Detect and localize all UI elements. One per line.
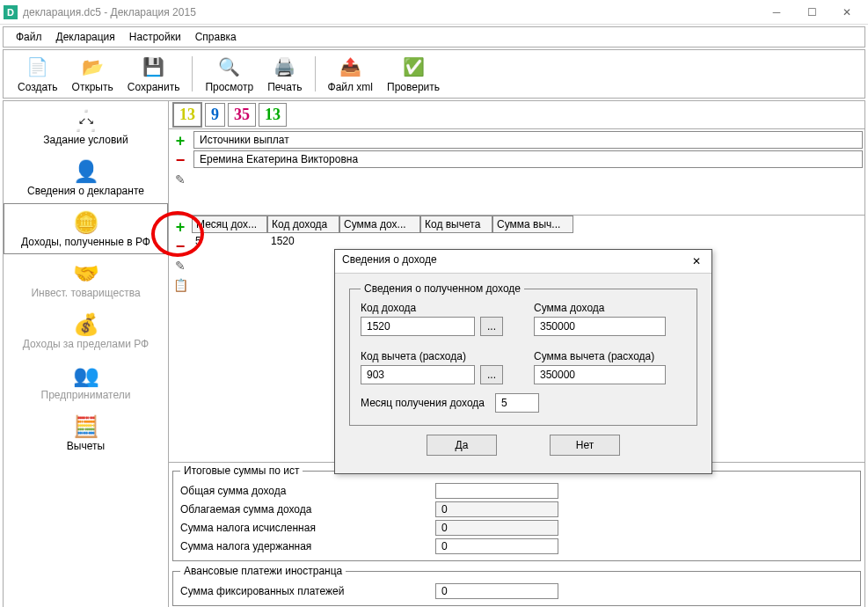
- fixed-label: Сумма фиксированных платежей: [180, 585, 435, 597]
- tax-calc-input: [435, 520, 558, 536]
- tax-calc-label: Сумма налога исчисленная: [180, 522, 435, 534]
- sum-ded-input[interactable]: [534, 365, 666, 384]
- month-input[interactable]: [495, 393, 539, 413]
- preview-button[interactable]: 🔍Просмотр: [198, 53, 260, 95]
- print-label: Печать: [267, 81, 302, 93]
- remove-source-button[interactable]: −: [172, 152, 188, 168]
- rate-tab-35[interactable]: 35: [228, 103, 256, 127]
- remove-income-button[interactable]: −: [172, 238, 188, 254]
- app-icon: D: [4, 5, 18, 19]
- conditions-icon: ▫️↙↘▫️ ▫️: [70, 107, 102, 134]
- sidebar-label: Сведения о декларанте: [27, 185, 144, 197]
- month-label: Месяц получения дохода: [361, 397, 485, 409]
- income-dialog: Сведения о доходе ✕ Сведения о полученно…: [334, 249, 712, 474]
- total-income-input[interactable]: [435, 483, 558, 499]
- dialog-yes-button[interactable]: Да: [427, 435, 497, 456]
- separator: [192, 56, 193, 91]
- create-button[interactable]: 📄Создать: [11, 53, 65, 95]
- open-label: Открыть: [72, 81, 113, 93]
- print-button[interactable]: 🖨️Печать: [260, 53, 309, 95]
- code-income-lookup-button[interactable]: ...: [480, 317, 503, 336]
- source-row[interactable]: Еремина Екатерина Викторовна: [193, 150, 863, 168]
- col-ded-code[interactable]: Код вычета: [420, 216, 492, 233]
- sidebar-label: Задание условий: [43, 134, 128, 146]
- create-label: Создать: [18, 81, 58, 93]
- sidebar-item-invest[interactable]: 🤝Инвест. товарищества: [4, 254, 168, 305]
- sidebar-item-income-abroad[interactable]: 💰Доходы за пределами РФ: [4, 305, 168, 356]
- document-new-icon: 📄: [26, 55, 50, 79]
- rate-tab-9[interactable]: 9: [205, 103, 225, 127]
- sources-section: + − ✎ Источники выплат Еремина Екатерина…: [169, 129, 864, 216]
- taxable-label: Облагаемая сумма дохода: [180, 503, 435, 516]
- rate-tab-13b[interactable]: 13: [259, 103, 287, 127]
- menu-help[interactable]: Справка: [190, 29, 242, 45]
- sidebar-label: Доходы за пределами РФ: [23, 338, 149, 350]
- sum-income-label: Сумма дохода: [534, 302, 686, 314]
- save-button[interactable]: 💾Сохранить: [120, 53, 187, 95]
- code-ded-input[interactable]: [361, 365, 475, 384]
- edit-income-button[interactable]: ✎: [172, 258, 188, 274]
- income-table-row[interactable]: 5 1520: [192, 233, 864, 249]
- total-income-label: Общая сумма дохода: [180, 485, 435, 497]
- code-income-label: Код дохода: [361, 302, 513, 314]
- dialog-group-legend: Сведения о полученном доходе: [361, 282, 524, 295]
- minimize-button[interactable]: ─: [759, 0, 794, 25]
- coins-icon: 🪙: [70, 209, 102, 236]
- edit-source-button[interactable]: ✎: [172, 172, 188, 187]
- rate-tab-13[interactable]: 13: [172, 102, 202, 128]
- add-income-button[interactable]: +: [172, 219, 188, 235]
- cell-month: 5: [192, 233, 267, 249]
- separator: [315, 56, 316, 91]
- col-month[interactable]: Месяц дох...: [192, 216, 267, 233]
- col-ded-sum[interactable]: Сумма выч...: [492, 216, 573, 233]
- sidebar-item-conditions[interactable]: ▫️↙↘▫️ ▫️Задание условий: [4, 101, 168, 152]
- sidebar-label: Инвест. товарищества: [31, 287, 140, 299]
- dialog-close-button[interactable]: ✕: [689, 253, 704, 269]
- income-tools: + − ✎ 📋: [169, 216, 192, 462]
- dialog-group: Сведения о полученном доходе Код дохода …: [349, 282, 697, 426]
- rate-tabs: 13 9 35 13: [169, 101, 864, 129]
- sidebar-label: Предприниматели: [41, 389, 131, 401]
- code-ded-label: Код вычета (расхода): [361, 350, 513, 362]
- advance-legend: Авансовые платежи иностранца: [180, 565, 346, 577]
- xml-icon: 📤: [338, 55, 362, 79]
- code-ded-lookup-button[interactable]: ...: [480, 365, 503, 384]
- fixed-input[interactable]: [435, 583, 558, 599]
- person-icon: 👤: [70, 158, 102, 185]
- col-code[interactable]: Код дохода: [267, 216, 339, 233]
- menu-file[interactable]: Файл: [11, 29, 47, 45]
- check-button[interactable]: ✅Проверить: [380, 53, 447, 95]
- save-label: Сохранить: [128, 81, 180, 93]
- dialog-no-button[interactable]: Нет: [550, 435, 620, 456]
- window-title: декларация.dc5 - Декларация 2015: [23, 6, 759, 18]
- col-sum[interactable]: Сумма дох...: [339, 216, 420, 233]
- sum-ded-label: Сумма вычета (расхода): [534, 350, 686, 362]
- close-button[interactable]: ✕: [829, 0, 864, 25]
- maximize-button[interactable]: ☐: [794, 0, 829, 25]
- sidebar-label: Вычеты: [67, 440, 105, 452]
- invest-icon: 🤝: [70, 260, 102, 287]
- sidebar-item-income-rf[interactable]: 🪙Доходы, полученные в РФ: [4, 203, 168, 254]
- sidebar-item-deductions[interactable]: 🧮Вычеты: [4, 407, 168, 458]
- copy-income-button[interactable]: 📋: [172, 277, 188, 293]
- tax-withheld-label: Сумма налога удержанная: [180, 540, 435, 552]
- calculator-icon: 🧮: [70, 413, 102, 440]
- preview-label: Просмотр: [205, 81, 253, 93]
- check-icon: ✅: [401, 55, 426, 79]
- code-income-input[interactable]: [361, 317, 475, 336]
- menu-declaration[interactable]: Декларация: [51, 29, 120, 45]
- sidebar-item-entrepreneur[interactable]: 👥Предприниматели: [4, 356, 168, 407]
- toolbar: 📄Создать 📂Открыть 💾Сохранить 🔍Просмотр 🖨…: [3, 49, 865, 99]
- filexml-button[interactable]: 📤Файл xml: [321, 53, 381, 95]
- sum-income-input[interactable]: [534, 317, 666, 336]
- tax-withheld-input[interactable]: [435, 538, 558, 554]
- open-button[interactable]: 📂Открыть: [65, 53, 120, 95]
- add-source-button[interactable]: +: [172, 133, 188, 149]
- cell-code: 1520: [267, 233, 339, 249]
- check-label: Проверить: [387, 81, 440, 93]
- sidebar-item-declarant[interactable]: 👤Сведения о декларанте: [4, 152, 168, 203]
- advance-group: Авансовые платежи иностранца Сумма фикси…: [172, 565, 861, 606]
- menubar: Файл Декларация Настройки Справка: [3, 26, 865, 48]
- menu-settings[interactable]: Настройки: [124, 29, 186, 45]
- titlebar: D декларация.dc5 - Декларация 2015 ─ ☐ ✕: [0, 0, 868, 25]
